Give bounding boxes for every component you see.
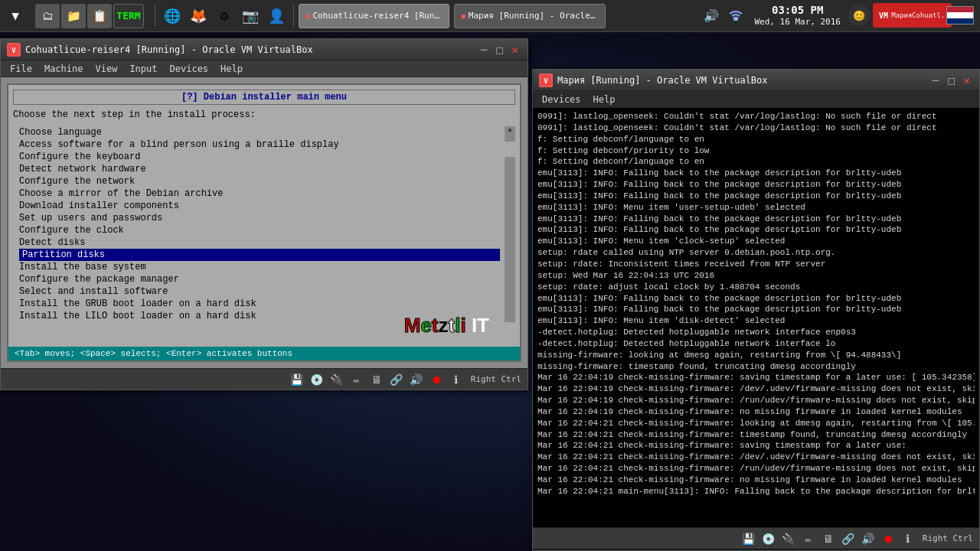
screenshot-icon[interactable]: 😊 xyxy=(848,5,870,26)
terminal-line: missing-firmware: timestamp found, trunc… xyxy=(537,361,975,373)
terminal-line: 0991]: lastlog_openseek: Couldn't stat /… xyxy=(537,122,975,134)
network-tray-icon[interactable] xyxy=(725,5,746,26)
terminal-line: setup: rdate called using NTP server 0.d… xyxy=(537,247,975,259)
vbox-close-1[interactable]: ✕ xyxy=(509,44,521,56)
menu-view-1[interactable]: View xyxy=(89,62,123,76)
menu-detect-disks[interactable]: Detect disks xyxy=(19,236,500,249)
taskbar-window-cohuatlicue[interactable]: ■ Cohuatlicue-reiser4 [Running] - Oracle… xyxy=(299,4,449,28)
browser-icon-2[interactable]: 📋 xyxy=(87,4,112,28)
terminal-line: emu[3113]: INFO: Falling back to the pac… xyxy=(537,168,975,179)
menu-choose-language[interactable]: Choose language xyxy=(19,126,500,139)
taskbar: ▼ 🗂 📁 📋 TERM 🌐 xyxy=(0,0,980,32)
installer-title: [?] Debian installer main menu xyxy=(13,90,515,105)
menu-file-1[interactable]: File xyxy=(4,62,38,76)
terminal-line: Mar 16 22:04:19 check-missing-firmware: … xyxy=(537,395,975,406)
vbox-title-text-1: Cohuatlicue-reiser4 [Running] - Oracle V… xyxy=(25,44,478,55)
menu-download[interactable]: Download installer components xyxy=(19,200,500,212)
menu-users[interactable]: Set up users and passwords xyxy=(19,212,500,224)
net-icon[interactable]: 🔗 xyxy=(388,371,405,388)
taskbar-window-maria[interactable]: ■ Мария [Running] - Oracle VM VirtualBox xyxy=(454,4,605,28)
vbox-close-2[interactable]: ✕ xyxy=(961,74,973,86)
audio-icon-2[interactable]: 🔊 xyxy=(860,530,877,547)
vbox-window-controls-1: ─ □ ✕ xyxy=(478,44,521,56)
clock-widget[interactable]: 03:05 PM Wed, 16 Mar, 2016 xyxy=(750,3,845,28)
files-icon[interactable]: 🗂 xyxy=(35,4,60,28)
display-icon[interactable]: 🖥 xyxy=(368,371,385,388)
clock-time: 03:05 PM xyxy=(772,3,823,17)
terminal-line: Mar 16 22:04:21 check-missing-firmware: … xyxy=(537,418,975,429)
terminal-line: emu[3113]: INFO: Falling back to the pac… xyxy=(537,214,975,225)
vbox-tray-icon-3[interactable]: Cohuatl... xyxy=(922,5,943,26)
usb-icon-2[interactable]: 🔌 xyxy=(780,530,797,547)
svg-rect-0 xyxy=(733,17,738,21)
terminal-line: f: Setting debconf/language to en xyxy=(537,134,975,145)
folder-icon[interactable]: 📁 xyxy=(61,4,86,28)
terminal-line: Mar 16 22:04:19 check-missing-firmware: … xyxy=(537,372,975,383)
terminal-line: emu[3113]: INFO: Falling back to the pac… xyxy=(537,304,975,315)
menu-braille[interactable]: Access software for a blind person using… xyxy=(19,139,500,151)
menu-keyboard[interactable]: Configure the keyboard xyxy=(19,151,500,163)
taskbar-separator-1 xyxy=(155,5,155,27)
taskbar-menu-button[interactable]: ▼ xyxy=(3,4,28,28)
menu-input-1[interactable]: Input xyxy=(123,62,163,76)
vbox-maximize-1[interactable]: □ xyxy=(493,44,505,56)
menu-configure-network[interactable]: Configure the network xyxy=(19,175,500,187)
language-flag[interactable] xyxy=(946,6,974,24)
menu-install-software[interactable]: Select and install software xyxy=(19,285,500,298)
info-icon[interactable]: ℹ xyxy=(448,371,465,388)
installer-scrollbar[interactable]: ▲ xyxy=(505,126,515,322)
display-icon-2[interactable]: 🖥 xyxy=(820,530,837,547)
person-icon[interactable]: 👤 xyxy=(264,4,289,28)
menu-devices-1[interactable]: Devices xyxy=(164,62,215,76)
term-icon[interactable]: TERM xyxy=(113,4,144,28)
menu-machine-1[interactable]: Machine xyxy=(38,62,90,76)
storage-icon[interactable]: 💾 xyxy=(289,371,305,388)
photo-icon[interactable]: 📷 xyxy=(238,4,263,28)
vbox-window-maria: V Мария [Running] - Oracle VM VirtualBox… xyxy=(532,69,980,551)
menu-devices-2[interactable]: Devices xyxy=(536,93,587,106)
menu-pkg-manager[interactable]: Configure the package manager xyxy=(19,273,500,285)
menu-help-1[interactable]: Help xyxy=(214,62,249,76)
rec-icon-2[interactable]: ⏺ xyxy=(880,530,897,547)
net-icon-2[interactable]: 🔗 xyxy=(840,530,857,547)
terminal-line: emu[3113]: INFO: Menu item 'user-setup-u… xyxy=(537,202,975,214)
vbox-icon-2: V xyxy=(539,73,553,87)
terminal-line: Mar 16 22:04:21 check-missing-firmware: … xyxy=(537,429,975,441)
firefox-icon[interactable]: 🦊 xyxy=(186,4,211,28)
settings-icon[interactable]: ⚙ xyxy=(212,4,237,28)
terminal-line: missing-firmware: looking at dmesg again… xyxy=(537,350,975,361)
vbox-titlebar-2: V Мария [Running] - Oracle VM VirtualBox… xyxy=(533,70,979,91)
menu-help-2[interactable]: Help xyxy=(587,93,622,106)
terminal-line: Mar 16 22:04:21 main-menu[3113]: INFO: F… xyxy=(537,486,975,497)
hdd-icon-2[interactable]: 💿 xyxy=(760,530,777,547)
audio-icon[interactable]: 🔊 xyxy=(408,371,425,388)
vbox-minimize-2[interactable]: ─ xyxy=(929,74,942,86)
installer-menu: Choose language Access software for a bl… xyxy=(13,126,515,322)
edit-icon[interactable]: ✏ xyxy=(348,371,365,388)
usb-icon[interactable]: 🔌 xyxy=(328,371,345,388)
terminal-line: 0991]: lastlog_openseek: Couldn't stat /… xyxy=(537,111,975,122)
terminal-line: f: Setting debconf/priority to low xyxy=(537,145,975,157)
info-icon-2[interactable]: ℹ xyxy=(900,530,916,547)
menu-mirror[interactable]: Choose a mirror of the Debian archive xyxy=(19,187,500,200)
menu-partition[interactable]: Partition disks xyxy=(19,249,500,261)
hdd-icon[interactable]: 💿 xyxy=(309,371,325,388)
vbox-maximize-2[interactable]: □ xyxy=(945,74,957,86)
edit-icon-2[interactable]: ✏ xyxy=(800,530,817,547)
storage-icon-2[interactable]: 💾 xyxy=(740,530,757,547)
terminal-line: setup: rdate: adjust local clock by 1.48… xyxy=(537,282,975,293)
volume-icon[interactable]: 🔊 xyxy=(701,5,722,26)
installer-scrollbar-thumb[interactable] xyxy=(505,142,515,157)
rec-icon[interactable]: ⏺ xyxy=(428,371,445,388)
menu-base-system[interactable]: Install the base system xyxy=(19,261,500,273)
terminal-line: emu[3113]: INFO: Falling back to the pac… xyxy=(537,179,975,191)
terminal-line: setup: Wed Mar 16 22:04:13 UTC 2016 xyxy=(537,270,975,282)
network-icon[interactable]: 🌐 xyxy=(160,4,185,28)
menu-clock[interactable]: Configure the clock xyxy=(19,224,500,236)
vbox-minimize-1[interactable]: ─ xyxy=(478,44,490,56)
menu-grub[interactable]: Install the GRUB boot loader on a hard d… xyxy=(19,298,500,310)
taskbar-separator-2 xyxy=(293,5,294,27)
menu-detect-network[interactable]: Detect network hardware xyxy=(19,163,500,175)
terminal-line: emu[3113]: INFO: Menu item 'clock-setup'… xyxy=(537,236,975,247)
installer-keybindings: <Tab> moves; <Space> selects; <Enter> ac… xyxy=(8,347,520,360)
